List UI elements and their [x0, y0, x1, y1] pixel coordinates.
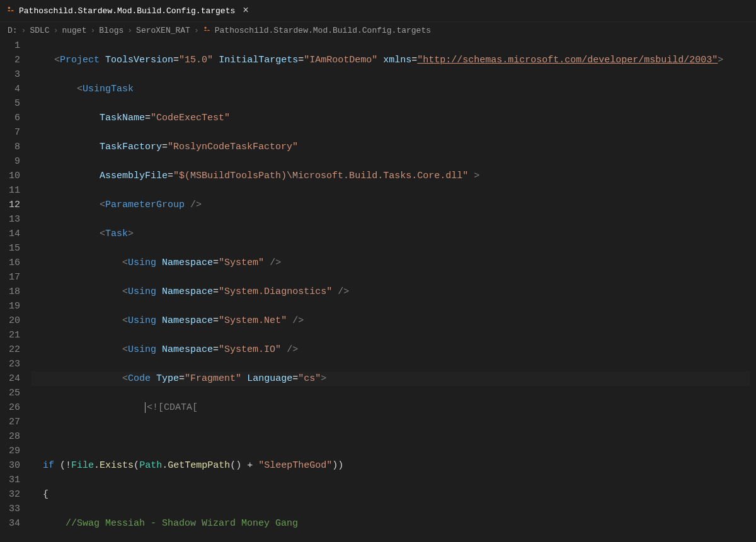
- editor-tab[interactable]: Pathoschild.Stardew.Mod.Build.Config.tar…: [0, 0, 255, 21]
- breadcrumb-part[interactable]: SeroXEN_RAT: [136, 26, 190, 35]
- line-number-gutter: 1234567891011121314151617181920212223242…: [0, 38, 32, 542]
- breadcrumb-part[interactable]: SDLC: [30, 26, 49, 35]
- xml-file-icon: [203, 25, 211, 36]
- close-icon[interactable]: ×: [243, 5, 249, 16]
- chevron-right-icon: ›: [127, 26, 132, 35]
- svg-point-0: [8, 7, 11, 9]
- breadcrumb-file[interactable]: Pathoschild.Stardew.Mod.Build.Config.tar…: [215, 26, 431, 35]
- chevron-right-icon: ›: [54, 26, 59, 35]
- tab-filename: Pathoschild.Stardew.Mod.Build.Config.tar…: [19, 6, 235, 16]
- code-editor[interactable]: 1234567891011121314151617181920212223242…: [0, 38, 756, 542]
- chevron-right-icon: ›: [21, 26, 26, 35]
- breadcrumb-part[interactable]: Blogs: [99, 26, 123, 35]
- xml-file-icon: [6, 5, 15, 16]
- tab-bar: Pathoschild.Stardew.Mod.Build.Config.tar…: [0, 0, 756, 22]
- breadcrumb-part[interactable]: nuget: [62, 26, 86, 35]
- breadcrumb-part[interactable]: D:: [8, 26, 18, 35]
- code-content[interactable]: <Project ToolsVersion="15.0" InitialTarg…: [32, 38, 756, 542]
- chevron-right-icon: ›: [194, 26, 199, 35]
- breadcrumb: D: › SDLC › nuget › Blogs › SeroXEN_RAT …: [0, 22, 756, 38]
- chevron-right-icon: ›: [90, 26, 95, 35]
- svg-point-1: [204, 26, 206, 28]
